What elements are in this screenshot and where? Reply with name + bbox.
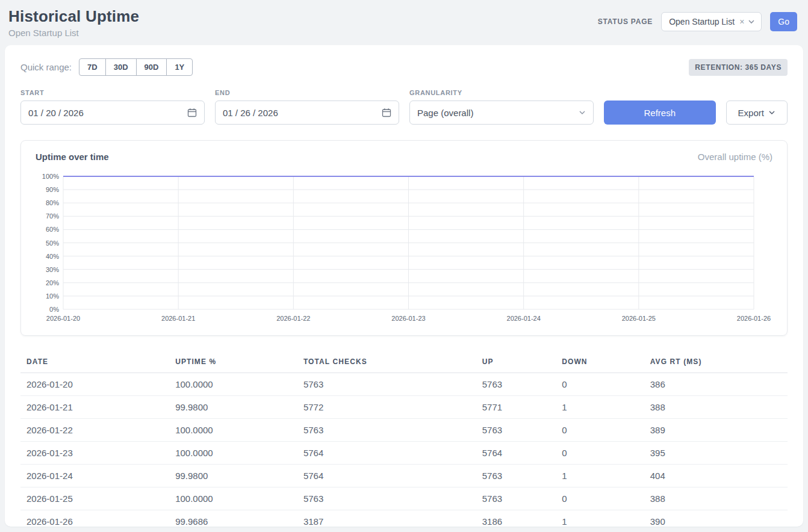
quick-range-row: Quick range: 7D 30D 90D 1Y RETENTION: 36… — [20, 58, 788, 76]
page-header: Historical Uptime Open Startup List STAT… — [0, 0, 808, 43]
table-cell: 3187 — [297, 510, 476, 532]
table-cell: 0 — [556, 419, 644, 442]
refresh-button[interactable]: Refresh — [604, 101, 716, 125]
svg-text:100%: 100% — [42, 173, 59, 180]
svg-text:2026-01-26: 2026-01-26 — [737, 315, 771, 322]
uptime-table-wrap: DATEUPTIME %TOTAL CHECKSUPDOWNAVG RT (MS… — [20, 351, 788, 532]
table-cell: 99.9800 — [169, 396, 297, 419]
svg-text:80%: 80% — [46, 199, 59, 206]
controls-row: START 01 / 20 / 2026 END 01 / 26 / 2026 … — [20, 89, 788, 125]
granularity-label: GRANULARITY — [409, 89, 594, 96]
table-header-cell: TOTAL CHECKS — [297, 351, 476, 373]
table-cell: 1 — [556, 510, 644, 532]
table-cell: 3186 — [476, 510, 556, 532]
clear-selection-icon[interactable]: × — [739, 17, 744, 26]
table-cell: 1 — [556, 396, 644, 419]
svg-text:50%: 50% — [46, 240, 59, 247]
quick-range-group: 7D 30D 90D 1Y — [79, 58, 193, 76]
status-page-select-value: Open Startup List — [669, 17, 735, 26]
svg-text:2026-01-25: 2026-01-25 — [622, 315, 656, 322]
table-header-cell: UP — [476, 351, 556, 373]
chevron-down-icon — [768, 109, 775, 116]
quick-range-30d[interactable]: 30D — [105, 58, 137, 76]
header-controls: STATUS PAGE Open Startup List × Go — [598, 12, 797, 31]
table-header-cell: AVG RT (MS) — [644, 351, 788, 373]
table-cell: 2026-01-21 — [20, 396, 169, 419]
table-cell: 2026-01-23 — [20, 442, 169, 465]
end-date-value: 01 / 26 / 2026 — [223, 108, 278, 118]
status-page-label: STATUS PAGE — [598, 17, 653, 26]
granularity-select[interactable]: Page (overall) — [409, 101, 594, 125]
chart-legend: Overall uptime (%) — [698, 152, 772, 162]
end-date-field: END 01 / 26 / 2026 — [215, 89, 399, 125]
svg-text:20%: 20% — [46, 279, 59, 286]
svg-text:2026-01-23: 2026-01-23 — [391, 315, 425, 322]
end-date-label: END — [215, 89, 399, 96]
svg-text:70%: 70% — [46, 212, 59, 220]
calendar-icon — [187, 108, 197, 117]
status-page-select[interactable]: Open Startup List × — [661, 12, 762, 31]
start-date-label: START — [20, 89, 205, 96]
table-cell: 5763 — [476, 373, 556, 396]
table-cell: 5763 — [476, 419, 556, 442]
table-cell: 2026-01-24 — [20, 465, 169, 487]
svg-text:30%: 30% — [46, 266, 59, 273]
table-cell: 5763 — [476, 465, 556, 487]
table-header-cell: DOWN — [556, 351, 644, 373]
uptime-chart-svg: 0%10%20%30%40%50%60%70%80%90%100%2026-01… — [33, 170, 775, 327]
table-cell: 99.9800 — [169, 465, 297, 487]
table-cell: 5763 — [297, 419, 476, 442]
table-cell: 100.0000 — [169, 487, 297, 510]
start-date-input[interactable]: 01 / 20 / 2026 — [20, 101, 205, 125]
svg-text:2026-01-21: 2026-01-21 — [161, 315, 195, 322]
table-header-row: DATEUPTIME %TOTAL CHECKSUPDOWNAVG RT (MS… — [20, 351, 788, 373]
retention-badge: RETENTION: 365 DAYS — [689, 59, 788, 76]
go-button[interactable]: Go — [770, 12, 797, 31]
table-header-cell: UPTIME % — [169, 351, 297, 373]
svg-text:2026-01-20: 2026-01-20 — [46, 315, 80, 322]
header-titles: Historical Uptime Open Startup List — [8, 7, 139, 38]
export-button[interactable]: Export — [726, 101, 788, 125]
table-cell: 5763 — [297, 487, 476, 510]
start-date-field: START 01 / 20 / 2026 — [20, 89, 205, 125]
granularity-value: Page (overall) — [417, 108, 473, 118]
svg-text:2026-01-22: 2026-01-22 — [276, 315, 310, 322]
table-row: 2026-01-2199.9800577257711388 — [20, 396, 788, 419]
table-row: 2026-01-22100.0000576357630389 — [20, 419, 788, 442]
table-cell: 388 — [644, 396, 788, 419]
quick-range-90d[interactable]: 90D — [136, 58, 167, 76]
table-cell: 2026-01-25 — [20, 487, 169, 510]
table-cell: 395 — [644, 442, 788, 465]
main-card: Quick range: 7D 30D 90D 1Y RETENTION: 36… — [5, 45, 803, 527]
uptime-table-body: 2026-01-20100.00005763576303862026-01-21… — [20, 373, 788, 532]
uptime-table: DATEUPTIME %TOTAL CHECKSUPDOWNAVG RT (MS… — [20, 351, 788, 532]
table-cell: 2026-01-26 — [20, 510, 169, 532]
table-cell: 404 — [644, 465, 788, 487]
table-row: 2026-01-2699.9686318731861390 — [20, 510, 788, 532]
quick-range-1y[interactable]: 1Y — [166, 58, 193, 76]
table-row: 2026-01-20100.0000576357630386 — [20, 373, 788, 396]
quick-range-label: Quick range: — [20, 62, 72, 72]
uptime-chart-card: Uptime over time Overall uptime (%) 0%10… — [20, 140, 788, 336]
table-cell: 0 — [556, 373, 644, 396]
table-row: 2026-01-23100.0000576457640395 — [20, 442, 788, 465]
svg-text:10%: 10% — [46, 292, 59, 300]
quick-range-7d[interactable]: 7D — [79, 58, 106, 76]
end-date-input[interactable]: 01 / 26 / 2026 — [215, 101, 399, 125]
page-title: Historical Uptime — [8, 7, 139, 26]
calendar-icon — [382, 108, 391, 117]
table-cell: 388 — [644, 487, 788, 510]
table-cell: 0 — [556, 442, 644, 465]
table-cell: 99.9686 — [169, 510, 297, 532]
table-cell: 2026-01-20 — [20, 373, 169, 396]
chart-title: Uptime over time — [36, 152, 109, 162]
table-cell: 386 — [644, 373, 788, 396]
table-cell: 5763 — [297, 373, 476, 396]
svg-text:2026-01-24: 2026-01-24 — [507, 315, 541, 322]
page-subtitle: Open Startup List — [8, 28, 139, 38]
table-cell: 5764 — [297, 465, 476, 487]
table-cell: 1 — [556, 465, 644, 487]
table-cell: 2026-01-22 — [20, 419, 169, 442]
table-cell: 389 — [644, 419, 788, 442]
table-row: 2026-01-25100.0000576357630388 — [20, 487, 788, 510]
